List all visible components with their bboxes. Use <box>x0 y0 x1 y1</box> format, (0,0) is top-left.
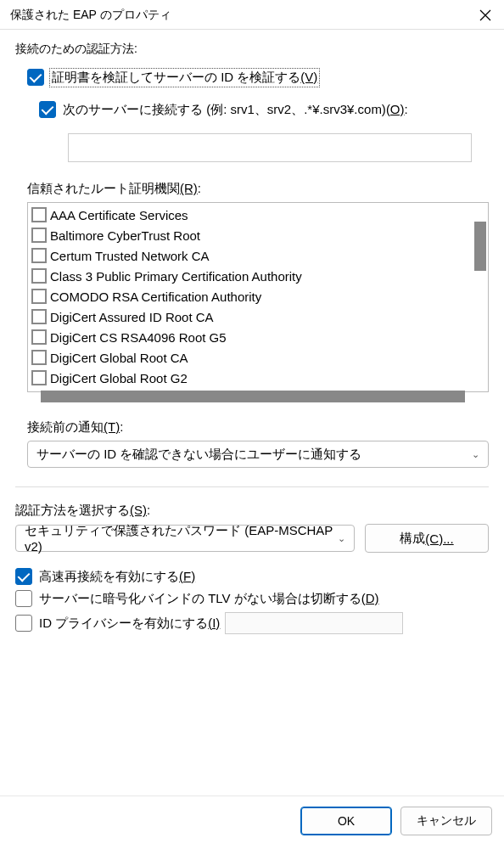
trusted-ca-listbox[interactable]: AAA Certificate ServicesBaltimore CyberT… <box>27 202 489 392</box>
ca-item-checkbox[interactable] <box>31 329 47 345</box>
ca-list-item[interactable]: AAA Certificate Services <box>31 205 488 225</box>
pre-notify-label: 接続前の通知(T): <box>27 419 489 436</box>
ca-list-item[interactable]: COMODO RSA Certification Authority <box>31 286 488 306</box>
auth-method-value: セキュリティで保護されたパスワード (EAP-MSCHAP v2) <box>25 523 338 554</box>
titlebar: 保護された EAP のプロパティ <box>0 0 504 30</box>
auth-select-label: 認証方法を選択する(S): <box>15 503 489 519</box>
ca-list-item[interactable]: DigiCert CS RSA4096 Root G5 <box>31 327 488 347</box>
cancel-button[interactable]: キャンセル <box>400 807 492 835</box>
ca-item-checkbox[interactable] <box>31 370 47 385</box>
chevron-down-icon: ⌄ <box>338 533 345 544</box>
ca-item-checkbox[interactable] <box>31 207 47 222</box>
ca-item-label: DigiCert CS RSA4096 Root G5 <box>50 330 227 345</box>
ca-item-label: AAA Certificate Services <box>50 208 188 222</box>
ca-item-label: Class 3 Public Primary Certification Aut… <box>50 269 302 284</box>
auth-method-dropdown[interactable]: セキュリティで保護されたパスワード (EAP-MSCHAP v2) ⌄ <box>15 525 355 552</box>
ca-item-label: DigiCert Assured ID Root CA <box>50 310 214 324</box>
servers-input[interactable] <box>68 133 472 162</box>
dialog-footer: OK キャンセル <box>0 796 504 849</box>
ca-list-item[interactable]: Baltimore CyberTrust Root <box>31 225 488 245</box>
configure-button[interactable]: 構成(C)... <box>365 524 489 553</box>
ca-item-checkbox[interactable] <box>31 248 47 263</box>
vertical-scrollbar[interactable] <box>474 222 486 271</box>
ca-item-checkbox[interactable] <box>31 289 47 304</box>
pre-notify-value: サーバーの ID を確認できない場合にユーザーに通知する <box>36 447 361 463</box>
ca-list-item[interactable]: Certum Trusted Network CA <box>31 245 488 266</box>
ca-list-item[interactable]: DigiCert Global Root G2 <box>31 368 488 388</box>
verify-server-checkbox[interactable] <box>27 69 44 86</box>
ca-item-label: DigiCert Global Root G2 <box>50 371 188 385</box>
ca-item-checkbox[interactable] <box>31 228 47 243</box>
connect-servers-checkbox[interactable] <box>39 101 56 118</box>
ca-item-label: COMODO RSA Certification Authority <box>50 290 261 304</box>
ca-list-item[interactable]: DigiCert Global Root CA <box>31 347 488 368</box>
connect-servers-label[interactable]: 次のサーバーに接続する (例: srv1、srv2、.*¥.srv3¥.com)… <box>63 102 408 118</box>
fast-reconnect-checkbox[interactable] <box>15 568 32 585</box>
ok-button[interactable]: OK <box>300 807 392 835</box>
divider <box>15 486 489 487</box>
trusted-ca-label: 信頼されたルート証明機関(R): <box>27 181 489 197</box>
ca-item-label: DigiCert Global Root CA <box>50 351 188 365</box>
ca-list-item[interactable]: Class 3 Public Primary Certification Aut… <box>31 266 488 286</box>
id-privacy-input[interactable] <box>225 612 403 634</box>
close-icon[interactable] <box>477 7 494 24</box>
ca-item-checkbox[interactable] <box>31 268 47 284</box>
verify-server-label[interactable]: 証明書を検証してサーバーの ID を検証する(V) <box>51 70 318 86</box>
ca-item-checkbox[interactable] <box>31 309 47 324</box>
chevron-down-icon: ⌄ <box>472 449 479 460</box>
ca-list-item[interactable]: DigiCert Assured ID Root CA <box>31 306 488 327</box>
disconnect-tlv-checkbox[interactable] <box>15 590 32 607</box>
ca-item-checkbox[interactable] <box>31 350 47 365</box>
fast-reconnect-label[interactable]: 高速再接続を有効にする(F) <box>39 569 195 585</box>
connection-auth-label: 接続のための認証方法: <box>15 42 489 57</box>
id-privacy-label[interactable]: ID プライバシーを有効にする(I) <box>39 616 220 632</box>
ca-item-label: Baltimore CyberTrust Root <box>50 228 200 243</box>
disconnect-tlv-label[interactable]: サーバーに暗号化バインドの TLV がない場合は切断する(D) <box>39 591 379 607</box>
horizontal-scrollbar[interactable] <box>41 391 465 402</box>
id-privacy-checkbox[interactable] <box>15 615 32 632</box>
window-title: 保護された EAP のプロパティ <box>10 8 171 23</box>
ca-item-label: Certum Trusted Network CA <box>50 249 210 263</box>
pre-notify-dropdown[interactable]: サーバーの ID を確認できない場合にユーザーに通知する ⌄ <box>27 441 489 468</box>
